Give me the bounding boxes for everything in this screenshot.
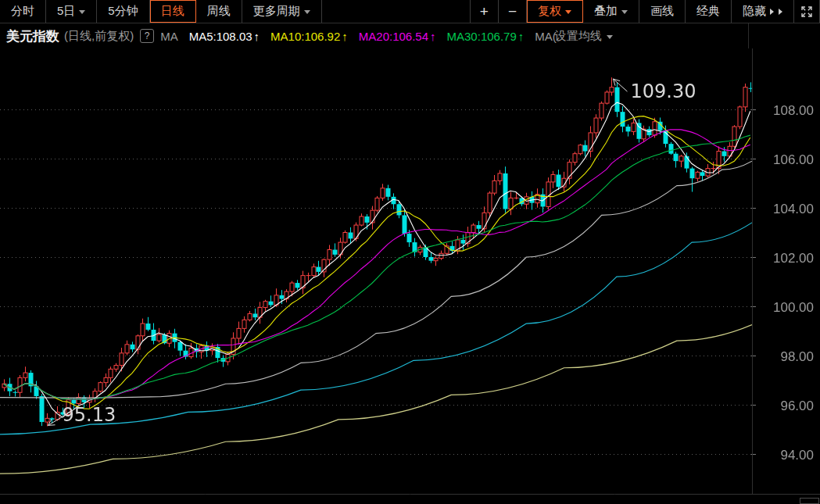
ma10-value: MA10:106.92↑ (270, 30, 348, 43)
minus-icon: − (508, 4, 517, 19)
symbol-title: 美元指数 (6, 27, 59, 45)
tab-5min[interactable]: 5分钟 (97, 0, 149, 23)
fullscreen-button[interactable] (794, 0, 820, 23)
overlay-label: 叠加 (594, 4, 618, 19)
up-arrow-icon: ↑ (518, 30, 525, 43)
tab-weekly-label: 周线 (207, 4, 231, 19)
classic-style-button[interactable]: 经典 (686, 0, 732, 23)
ma30-value: MA30:106.79↑ (447, 30, 525, 43)
axis-separator (748, 23, 749, 48)
chevron-down-icon (565, 10, 571, 14)
period-toolbar: 分时 5日 5分钟 日线 周线 更多周期 + − 复权 (0, 0, 820, 23)
tab-daily[interactable]: 日线 (150, 0, 196, 23)
ma-settings-label: 设置均线 (555, 29, 602, 44)
chevron-down-icon (607, 35, 613, 39)
chevron-down-icon (621, 10, 628, 14)
help-icon[interactable]: ? (140, 29, 154, 43)
draw-line-button[interactable]: 画线 (639, 0, 686, 23)
tab-more-periods[interactable]: 更多周期 (242, 0, 322, 23)
draw-line-label: 画线 (650, 4, 674, 19)
ma20-value: MA20:106.54↑ (359, 30, 436, 43)
hide-toolbar-button[interactable]: 隐藏 (732, 0, 794, 23)
classic-style-label: 经典 (696, 4, 720, 19)
adjust-price-button[interactable]: 复权 (527, 0, 583, 23)
adjust-price-label: 复权 (538, 4, 561, 19)
candlestick-chart[interactable] (0, 48, 820, 504)
double-chevron-right-icon (779, 9, 782, 15)
ma20-text: MA20:106.54 (359, 30, 428, 43)
tab-5day-label: 5日 (57, 4, 75, 19)
tab-timeshare-label: 分时 (11, 4, 34, 19)
ma30-text: MA30:106.79 (447, 30, 517, 43)
expand-icon (800, 5, 813, 18)
chart-window: 分时 5日 5分钟 日线 周线 更多周期 + − 复权 (0, 0, 820, 504)
up-arrow-icon: ↑ (342, 30, 348, 43)
toolbar-spacer (322, 0, 470, 23)
chevron-down-icon (304, 10, 310, 14)
tab-more-periods-label: 更多周期 (253, 4, 300, 19)
up-arrow-icon: ↑ (430, 30, 436, 43)
ma-settings-dropdown[interactable]: 设置均线 (555, 29, 613, 44)
ma-group-label: MA (160, 30, 178, 43)
tab-5min-label: 5分钟 (108, 4, 138, 19)
zoom-out-button[interactable]: − (499, 0, 527, 23)
tab-weekly[interactable]: 周线 (196, 0, 242, 23)
ma5-text: MA5:108.03 (189, 30, 252, 43)
up-arrow-icon: ↑ (254, 30, 260, 43)
zoom-in-button[interactable]: + (470, 0, 499, 23)
tab-timeshare[interactable]: 分时 (0, 0, 46, 23)
double-chevron-right-icon (770, 9, 774, 15)
overlay-button[interactable]: 叠加 (583, 0, 639, 23)
ma5-value: MA5:108.03↑ (189, 30, 260, 43)
hide-label: 隐藏 (743, 4, 766, 19)
chart-mode-label: (日线,前复权) (64, 29, 134, 44)
indicator-legend-bar: 美元指数 (日线,前复权) ? MA MA5:108.03↑ MA10:106.… (0, 23, 820, 48)
plus-icon: + (480, 4, 489, 19)
tab-5day[interactable]: 5日 (46, 0, 97, 23)
tab-daily-label: 日线 (161, 4, 184, 19)
chevron-down-icon (79, 10, 85, 14)
ma-extra-label: MA( (535, 30, 557, 43)
ma10-text: MA10:106.92 (270, 30, 340, 43)
